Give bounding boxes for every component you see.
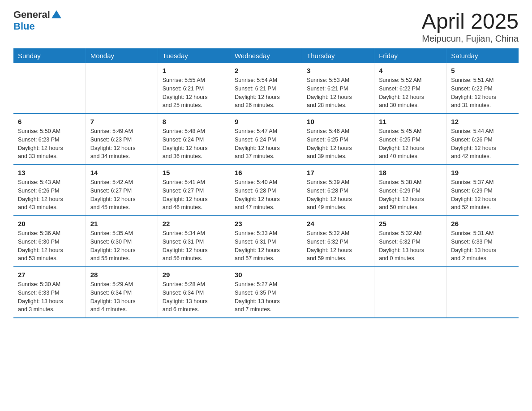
svg-marker-0 — [51, 10, 61, 18]
title-block: April 2025 Meipucun, Fujian, China — [422, 9, 519, 44]
day-info: Sunrise: 5:48 AM Sunset: 6:24 PM Dayligh… — [163, 127, 225, 161]
calendar-cell: 5Sunrise: 5:51 AM Sunset: 6:22 PM Daylig… — [446, 63, 519, 114]
calendar-cell — [13, 63, 86, 114]
calendar-header-row: SundayMondayTuesdayWednesdayThursdayFrid… — [13, 48, 519, 63]
column-header-wednesday: Wednesday — [230, 48, 302, 63]
calendar-cell: 7Sunrise: 5:49 AM Sunset: 6:23 PM Daylig… — [86, 114, 158, 165]
calendar-cell: 17Sunrise: 5:39 AM Sunset: 6:28 PM Dayli… — [302, 165, 374, 216]
calendar-cell: 25Sunrise: 5:32 AM Sunset: 6:32 PM Dayli… — [374, 216, 446, 267]
day-info: Sunrise: 5:45 AM Sunset: 6:25 PM Dayligh… — [379, 127, 442, 161]
day-info: Sunrise: 5:49 AM Sunset: 6:23 PM Dayligh… — [90, 127, 153, 161]
calendar-cell: 6Sunrise: 5:50 AM Sunset: 6:23 PM Daylig… — [13, 114, 86, 165]
day-info: Sunrise: 5:55 AM Sunset: 6:21 PM Dayligh… — [163, 76, 225, 110]
calendar-cell — [302, 267, 374, 318]
day-info: Sunrise: 5:43 AM Sunset: 6:26 PM Dayligh… — [18, 178, 81, 212]
column-header-saturday: Saturday — [446, 48, 519, 63]
calendar-cell — [374, 267, 446, 318]
calendar-cell: 20Sunrise: 5:36 AM Sunset: 6:30 PM Dayli… — [13, 216, 86, 267]
day-number: 24 — [307, 220, 369, 227]
day-number: 10 — [307, 118, 369, 125]
day-info: Sunrise: 5:53 AM Sunset: 6:21 PM Dayligh… — [307, 76, 369, 110]
calendar-cell: 18Sunrise: 5:38 AM Sunset: 6:29 PM Dayli… — [374, 165, 446, 216]
calendar-cell — [86, 63, 158, 114]
calendar-cell: 12Sunrise: 5:44 AM Sunset: 6:26 PM Dayli… — [446, 114, 519, 165]
day-info: Sunrise: 5:32 AM Sunset: 6:32 PM Dayligh… — [379, 229, 442, 263]
day-info: Sunrise: 5:42 AM Sunset: 6:27 PM Dayligh… — [90, 178, 153, 212]
day-info: Sunrise: 5:51 AM Sunset: 6:22 PM Dayligh… — [451, 76, 514, 110]
day-number: 20 — [18, 220, 81, 227]
calendar-cell: 10Sunrise: 5:46 AM Sunset: 6:25 PM Dayli… — [302, 114, 374, 165]
day-number: 3 — [307, 67, 369, 74]
logo-triangle-icon — [51, 10, 61, 18]
calendar-cell: 15Sunrise: 5:41 AM Sunset: 6:27 PM Dayli… — [158, 165, 230, 216]
calendar-cell: 28Sunrise: 5:29 AM Sunset: 6:34 PM Dayli… — [86, 267, 158, 318]
calendar-cell: 1Sunrise: 5:55 AM Sunset: 6:21 PM Daylig… — [158, 63, 230, 114]
day-number: 4 — [379, 67, 442, 74]
day-number: 28 — [90, 271, 153, 278]
logo-general-text: General — [13, 9, 50, 21]
calendar-cell: 4Sunrise: 5:52 AM Sunset: 6:22 PM Daylig… — [374, 63, 446, 114]
day-info: Sunrise: 5:37 AM Sunset: 6:29 PM Dayligh… — [451, 178, 514, 212]
calendar-week-row: 13Sunrise: 5:43 AM Sunset: 6:26 PM Dayli… — [13, 165, 519, 216]
calendar-cell: 27Sunrise: 5:30 AM Sunset: 6:33 PM Dayli… — [13, 267, 86, 318]
day-number: 11 — [379, 118, 442, 125]
calendar-table: SundayMondayTuesdayWednesdayThursdayFrid… — [13, 48, 519, 318]
page-header: General Blue April 2025 Meipucun, Fujian… — [13, 9, 519, 44]
day-number: 2 — [235, 67, 297, 74]
day-info: Sunrise: 5:35 AM Sunset: 6:30 PM Dayligh… — [90, 229, 153, 263]
day-info: Sunrise: 5:52 AM Sunset: 6:22 PM Dayligh… — [379, 76, 442, 110]
calendar-week-row: 6Sunrise: 5:50 AM Sunset: 6:23 PM Daylig… — [13, 114, 519, 165]
calendar-cell: 19Sunrise: 5:37 AM Sunset: 6:29 PM Dayli… — [446, 165, 519, 216]
day-number: 8 — [163, 118, 225, 125]
day-info: Sunrise: 5:47 AM Sunset: 6:24 PM Dayligh… — [235, 127, 297, 161]
day-number: 15 — [163, 169, 225, 176]
calendar-cell: 13Sunrise: 5:43 AM Sunset: 6:26 PM Dayli… — [13, 165, 86, 216]
calendar-cell: 16Sunrise: 5:40 AM Sunset: 6:28 PM Dayli… — [230, 165, 302, 216]
calendar-cell: 14Sunrise: 5:42 AM Sunset: 6:27 PM Dayli… — [86, 165, 158, 216]
day-info: Sunrise: 5:30 AM Sunset: 6:33 PM Dayligh… — [18, 280, 81, 314]
day-number: 25 — [379, 220, 442, 227]
day-number: 9 — [235, 118, 297, 125]
day-info: Sunrise: 5:27 AM Sunset: 6:35 PM Dayligh… — [235, 280, 297, 314]
day-info: Sunrise: 5:33 AM Sunset: 6:31 PM Dayligh… — [235, 229, 297, 263]
calendar-cell: 23Sunrise: 5:33 AM Sunset: 6:31 PM Dayli… — [230, 216, 302, 267]
day-number: 7 — [90, 118, 153, 125]
column-header-thursday: Thursday — [302, 48, 374, 63]
calendar-cell: 9Sunrise: 5:47 AM Sunset: 6:24 PM Daylig… — [230, 114, 302, 165]
calendar-week-row: 27Sunrise: 5:30 AM Sunset: 6:33 PM Dayli… — [13, 267, 519, 318]
calendar-cell: 24Sunrise: 5:32 AM Sunset: 6:32 PM Dayli… — [302, 216, 374, 267]
column-header-sunday: Sunday — [13, 48, 86, 63]
calendar-week-row: 1Sunrise: 5:55 AM Sunset: 6:21 PM Daylig… — [13, 63, 519, 114]
day-info: Sunrise: 5:46 AM Sunset: 6:25 PM Dayligh… — [307, 127, 369, 161]
calendar-cell: 8Sunrise: 5:48 AM Sunset: 6:24 PM Daylig… — [158, 114, 230, 165]
day-info: Sunrise: 5:29 AM Sunset: 6:34 PM Dayligh… — [90, 280, 153, 314]
day-info: Sunrise: 5:38 AM Sunset: 6:29 PM Dayligh… — [379, 178, 442, 212]
day-number: 5 — [451, 67, 514, 74]
page-subtitle: Meipucun, Fujian, China — [422, 34, 519, 44]
calendar-cell — [446, 267, 519, 318]
day-info: Sunrise: 5:50 AM Sunset: 6:23 PM Dayligh… — [18, 127, 81, 161]
day-info: Sunrise: 5:41 AM Sunset: 6:27 PM Dayligh… — [163, 178, 225, 212]
day-number: 27 — [18, 271, 81, 278]
calendar-cell: 21Sunrise: 5:35 AM Sunset: 6:30 PM Dayli… — [86, 216, 158, 267]
logo: General Blue — [13, 9, 61, 32]
day-number: 18 — [379, 169, 442, 176]
day-number: 26 — [451, 220, 514, 227]
day-number: 21 — [90, 220, 153, 227]
column-header-friday: Friday — [374, 48, 446, 63]
day-number: 1 — [163, 67, 225, 74]
day-info: Sunrise: 5:39 AM Sunset: 6:28 PM Dayligh… — [307, 178, 369, 212]
day-info: Sunrise: 5:40 AM Sunset: 6:28 PM Dayligh… — [235, 178, 297, 212]
day-info: Sunrise: 5:31 AM Sunset: 6:33 PM Dayligh… — [451, 229, 514, 263]
day-info: Sunrise: 5:36 AM Sunset: 6:30 PM Dayligh… — [18, 229, 81, 263]
day-number: 13 — [18, 169, 81, 176]
day-number: 30 — [235, 271, 297, 278]
column-header-monday: Monday — [86, 48, 158, 63]
calendar-cell: 30Sunrise: 5:27 AM Sunset: 6:35 PM Dayli… — [230, 267, 302, 318]
calendar-cell: 26Sunrise: 5:31 AM Sunset: 6:33 PM Dayli… — [446, 216, 519, 267]
calendar-cell: 3Sunrise: 5:53 AM Sunset: 6:21 PM Daylig… — [302, 63, 374, 114]
day-number: 29 — [163, 271, 225, 278]
calendar-cell: 29Sunrise: 5:28 AM Sunset: 6:34 PM Dayli… — [158, 267, 230, 318]
column-header-tuesday: Tuesday — [158, 48, 230, 63]
day-number: 16 — [235, 169, 297, 176]
